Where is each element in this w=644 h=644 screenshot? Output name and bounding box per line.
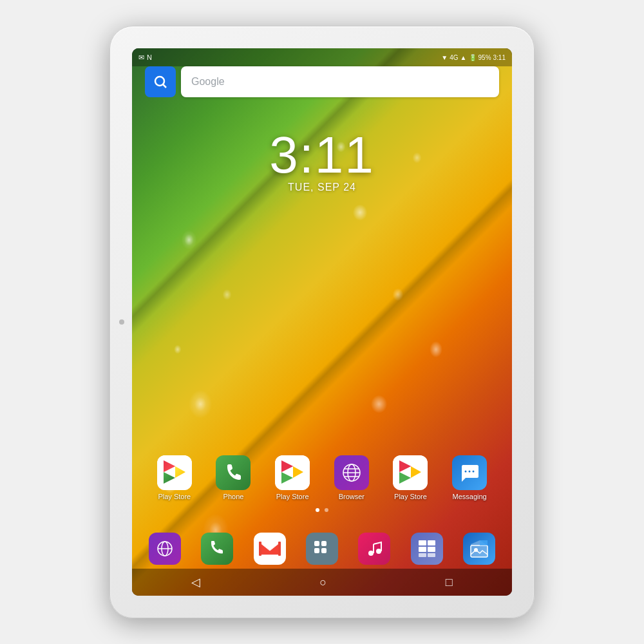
dock-gallery[interactable]: [463, 533, 495, 565]
svg-rect-39: [428, 540, 435, 545]
app-play-store-3[interactable]: Play Store: [384, 455, 436, 500]
app-play-store-1[interactable]: Play Store: [149, 455, 200, 500]
app-grid: Play Store Phone: [132, 455, 512, 506]
messaging-icon-img: [452, 455, 487, 490]
dock-gmail-icon: [254, 533, 286, 565]
svg-point-22: [465, 471, 467, 473]
svg-rect-31: [314, 541, 319, 546]
notification-icon: N: [147, 53, 152, 61]
dot-1: [316, 508, 319, 512]
screen: ✉ N ▼ 4G ▲ 🔋 95% 3:11 Google: [132, 48, 512, 596]
phone-label: Phone: [223, 493, 244, 500]
dock-grid[interactable]: [411, 533, 443, 565]
svg-line-1: [164, 85, 167, 88]
battery-percent: 95%: [478, 54, 491, 61]
app-phone[interactable]: Phone: [207, 455, 259, 500]
clock-date: TUE, SEP 24: [288, 182, 356, 193]
svg-rect-38: [419, 540, 426, 545]
nav-recent-button[interactable]: □: [433, 571, 466, 594]
app-messaging[interactable]: Messaging: [444, 455, 495, 500]
svg-point-36: [376, 549, 381, 554]
dock-apps[interactable]: [306, 533, 338, 565]
status-time: 3:11: [493, 54, 506, 61]
dock-apps-icon: [306, 533, 338, 565]
tablet-device: ✉ N ▼ 4G ▲ 🔋 95% 3:11 Google: [109, 26, 535, 618]
svg-rect-7: [275, 455, 310, 490]
browser-icon-img: [334, 455, 369, 490]
svg-point-24: [473, 471, 475, 473]
dock-music-icon: [358, 533, 390, 565]
messaging-label: Messaging: [453, 493, 487, 500]
dock-browser[interactable]: [149, 533, 181, 565]
camera: [119, 319, 124, 325]
search-placeholder: Google: [191, 76, 225, 88]
nav-home-button[interactable]: ○: [307, 571, 339, 594]
dock-gmail[interactable]: [254, 533, 286, 565]
signal-icon: ▼: [441, 54, 448, 61]
svg-rect-43: [428, 553, 435, 557]
app-play-store-2[interactable]: Play Store: [267, 455, 318, 500]
dock-gallery-icon: [463, 533, 495, 565]
status-left-icons: ✉ N: [138, 53, 152, 62]
svg-rect-42: [419, 553, 426, 557]
svg-rect-17: [393, 455, 428, 490]
phone-icon-img: [216, 455, 251, 490]
svg-rect-41: [428, 547, 435, 552]
dock-browser-icon: [149, 533, 181, 565]
battery-icon: 🔋: [469, 54, 477, 61]
svg-rect-32: [321, 541, 327, 546]
svg-rect-29: [259, 542, 261, 556]
svg-rect-40: [419, 547, 426, 552]
svg-rect-34: [321, 548, 327, 553]
play-store-2-label: Play Store: [276, 493, 309, 500]
dock-grid-icon: [411, 533, 443, 565]
play-store-3-label: Play Store: [394, 493, 427, 500]
svg-point-0: [155, 77, 164, 86]
svg-rect-33: [314, 548, 319, 553]
dock-music[interactable]: [358, 533, 390, 565]
status-bar: ✉ N ▼ 4G ▲ 🔋 95% 3:11: [132, 48, 512, 66]
network-type: 4G: [450, 54, 458, 61]
play-store-1-label: Play Store: [158, 493, 191, 500]
nav-bar: ◁ ○ □: [132, 569, 512, 596]
svg-rect-30: [278, 542, 281, 556]
email-status-icon: ✉: [138, 53, 144, 62]
page-dot-indicator: [132, 508, 512, 512]
svg-point-23: [469, 471, 471, 473]
browser-label: Browser: [339, 493, 365, 500]
svg-rect-2: [157, 455, 192, 490]
google-search-box[interactable]: Google: [181, 66, 499, 97]
signal-strength-icon: ▲: [460, 54, 467, 61]
search-bar-container: Google: [145, 66, 499, 97]
play-store-3-icon: [393, 455, 428, 490]
dock-phone-icon: [201, 533, 233, 565]
app-row-1: Play Store Phone: [145, 455, 499, 500]
svg-point-35: [368, 551, 374, 556]
dock-phone[interactable]: [201, 533, 233, 565]
google-search-icon-button[interactable]: [145, 66, 176, 97]
clock-container: 3:11 TUE, SEP 24: [132, 126, 512, 193]
play-store-2-icon: [275, 455, 310, 490]
dot-2: [325, 508, 328, 512]
search-icon: [153, 74, 168, 90]
bottom-dock: [132, 533, 512, 565]
app-browser[interactable]: Browser: [326, 455, 377, 500]
nav-back-button[interactable]: ◁: [178, 570, 213, 594]
status-right-info: ▼ 4G ▲ 🔋 95% 3:11: [441, 54, 506, 61]
clock-time: 3:11: [269, 126, 375, 185]
play-store-1-icon: [157, 455, 192, 490]
